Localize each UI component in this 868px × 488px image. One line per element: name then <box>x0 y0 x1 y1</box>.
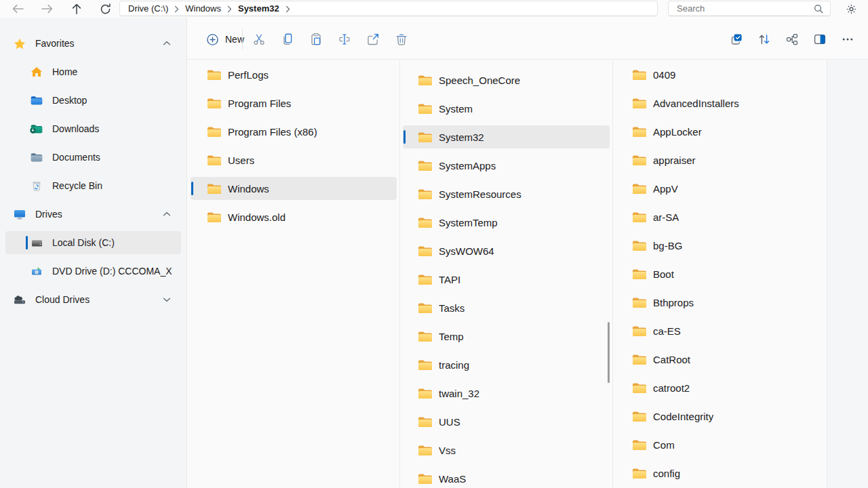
select-multiple-button[interactable] <box>725 28 748 51</box>
columns-view: PerfLogs Program Files Program Files (x8… <box>188 60 868 488</box>
folder-item-perflogs[interactable]: PerfLogs <box>191 63 397 86</box>
folder-icon <box>207 211 222 223</box>
sort-button[interactable] <box>753 28 776 51</box>
dual-pane-icon <box>813 33 827 46</box>
folder-icon <box>207 155 222 166</box>
dual-pane-button[interactable] <box>808 28 831 51</box>
breadcrumb-item-windows[interactable]: Windows <box>185 3 221 14</box>
folder-item-label: PerfLogs <box>228 69 269 81</box>
folder-item-systemtemp[interactable]: SystemTemp <box>403 211 610 234</box>
folder-item-windows[interactable]: Windows <box>191 177 397 200</box>
chevron-down-icon[interactable] <box>160 288 174 311</box>
settings-gear-icon[interactable] <box>841 0 861 18</box>
folder-item-advancedinstallers[interactable]: AdvancedInstallers <box>616 92 824 115</box>
folder-item-ar-sa[interactable]: ar-SA <box>616 205 824 228</box>
folder-item-catroot[interactable]: CatRoot <box>616 348 824 371</box>
folder-item-codeintegrity[interactable]: CodeIntegrity <box>616 405 824 428</box>
cut-button[interactable] <box>248 28 271 51</box>
sidebar-item-home[interactable]: Home <box>5 60 181 83</box>
folder-item-catroot2[interactable]: catroot2 <box>616 376 824 399</box>
sidebar-section-favorites[interactable]: Favorites <box>5 32 181 55</box>
breadcrumb-chevron-icon <box>227 5 232 13</box>
folder-item-label: Users <box>228 155 254 166</box>
sidebar-item-desktop[interactable]: Desktop <box>5 89 181 112</box>
folder-item-label: tracing <box>439 359 469 371</box>
folder-item-uus[interactable]: UUS <box>403 410 610 433</box>
sidebar-item-dvd-drive-d-cccoma-x[interactable]: DVD Drive (D:) CCCOMA_X <box>5 260 181 283</box>
share-icon <box>366 33 380 46</box>
toolbar-right-actions <box>725 28 859 51</box>
folder-item-config[interactable]: config <box>616 462 824 485</box>
breadcrumb-item-drive-c[interactable]: Drive (C:\) <box>128 3 168 14</box>
folder-item-appraiser[interactable]: appraiser <box>616 148 824 171</box>
folder-item-bthprops[interactable]: Bthprops <box>616 291 824 314</box>
folder-item-label: SystemApps <box>439 160 496 171</box>
chevron-up-icon[interactable] <box>160 203 174 226</box>
folder-item-tasks[interactable]: Tasks <box>403 296 610 319</box>
folder-item-tracing[interactable]: tracing <box>403 353 610 376</box>
folder-item-syswow64[interactable]: SysWOW64 <box>403 239 610 262</box>
search-input[interactable] <box>677 3 814 14</box>
folder-item-boot[interactable]: Boot <box>616 262 824 285</box>
folder-item-appv[interactable]: AppV <box>616 177 824 200</box>
more-button[interactable] <box>836 28 859 51</box>
folder-icon <box>207 126 222 138</box>
folder-item-users[interactable]: Users <box>191 148 397 171</box>
sidebar-section-cloud-drives[interactable]: Cloud Drives <box>5 288 181 311</box>
folder-item-twain-32[interactable]: twain_32 <box>403 382 610 405</box>
folder-item-vss[interactable]: Vss <box>403 439 610 462</box>
folder-item-ca-es[interactable]: ca-ES <box>616 319 824 342</box>
sidebar-section-drives[interactable]: Drives <box>5 203 181 226</box>
column-empty <box>827 60 868 488</box>
folder-item-bg-bg[interactable]: bg-BG <box>616 234 824 257</box>
folder-item-system[interactable]: System <box>403 97 610 120</box>
breadcrumb[interactable]: Drive (C:\)WindowsSystem32 <box>119 1 658 16</box>
folder-item-speech-onecore[interactable]: Speech_OneCore <box>403 68 610 92</box>
folder-item-windows-old[interactable]: Windows.old <box>191 205 397 228</box>
delete-button[interactable] <box>390 28 413 51</box>
back-button[interactable] <box>7 1 29 17</box>
up-button[interactable] <box>65 1 87 17</box>
folder-item-system32[interactable]: System32 <box>403 125 610 148</box>
folder-item-label: config <box>653 468 680 479</box>
new-button[interactable]: New <box>198 28 252 51</box>
sidebar-section-label: Favorites <box>35 38 181 49</box>
share-button[interactable] <box>361 28 384 51</box>
folder-item-systemapps[interactable]: SystemApps <box>403 154 610 177</box>
folder-item-systemresources[interactable]: SystemResources <box>403 182 610 205</box>
breadcrumb-item-system32[interactable]: System32 <box>238 3 279 14</box>
copy-button[interactable] <box>276 28 299 51</box>
folder-item-0409[interactable]: 0409 <box>616 63 824 86</box>
folder-icon <box>207 69 222 81</box>
sidebar-item-local-disk-c[interactable]: Local Disk (C:) <box>5 231 181 254</box>
refresh-button[interactable] <box>94 1 117 17</box>
folder-icon <box>418 359 433 371</box>
folder-item-program-files[interactable]: Program Files <box>191 92 397 115</box>
paste-icon <box>309 33 323 46</box>
layout-button[interactable] <box>781 28 804 51</box>
sidebar-item-recycle-bin[interactable]: Recycle Bin <box>5 174 181 197</box>
sidebar-item-documents[interactable]: Documents <box>5 146 181 169</box>
folder-item-label: Tasks <box>439 302 465 314</box>
folder-item-temp[interactable]: Temp <box>403 325 610 348</box>
rename-button[interactable] <box>333 28 356 51</box>
folder-item-waas[interactable]: WaaS <box>403 467 610 488</box>
folder-item-label: UUS <box>439 416 460 428</box>
folder-item-label: SystemResources <box>439 188 521 200</box>
sidebar-item-label: Home <box>52 66 181 77</box>
sidebar-item-downloads[interactable]: Downloads <box>5 117 181 140</box>
chevron-up-icon[interactable] <box>160 32 174 55</box>
cloud-drive-icon <box>14 293 26 306</box>
toolbar: New <box>188 18 868 60</box>
folder-icon <box>418 473 433 485</box>
folder-item-label: AppV <box>653 183 678 195</box>
folder-item-com[interactable]: Com <box>616 433 824 456</box>
folder-icon <box>418 302 433 314</box>
forward-button[interactable] <box>36 1 58 17</box>
folder-item-tapi[interactable]: TAPI <box>403 268 610 291</box>
folder-item-label: Temp <box>439 331 464 342</box>
folder-item-program-files-x86[interactable]: Program Files (x86) <box>191 120 397 143</box>
folder-item-applocker[interactable]: AppLocker <box>616 120 824 143</box>
paste-button[interactable] <box>304 28 328 51</box>
search-box[interactable] <box>668 1 831 16</box>
